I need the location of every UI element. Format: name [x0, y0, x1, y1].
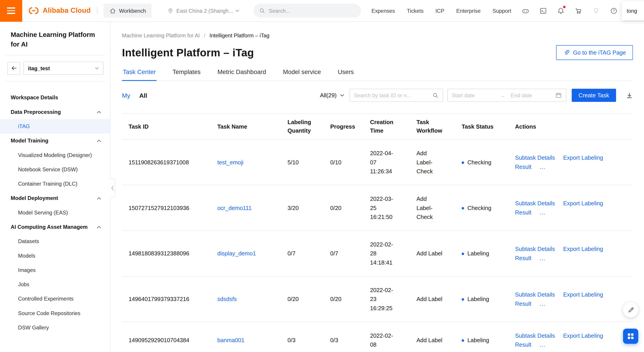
feedback-edit-button[interactable] — [623, 302, 638, 318]
more-actions-link[interactable]: ... — [540, 209, 546, 216]
topbar-search-input[interactable] — [269, 8, 356, 14]
sidebar-item-images[interactable]: Images — [0, 263, 110, 277]
col-task-id: Task ID — [122, 114, 211, 140]
scope-dropdown[interactable]: All(29) — [320, 92, 344, 98]
workspace-select[interactable]: itag_test — [24, 62, 104, 75]
nav-expenses[interactable]: Expenses — [372, 8, 395, 14]
sidebar-item-data-preprocessing[interactable]: Data Preprocessing — [0, 105, 110, 119]
filter-my[interactable]: My — [122, 92, 130, 99]
tab-model-service[interactable]: Model service — [282, 68, 322, 80]
nav-tickets[interactable]: Tickets — [407, 8, 424, 14]
tab-metric-dashboard[interactable]: Metric Dashboard — [217, 68, 267, 80]
sidebar-item-itag[interactable]: iTAG — [0, 119, 110, 134]
task-name-link[interactable]: ocr_demo111 — [217, 205, 252, 211]
task-name-link[interactable]: sdsdsfs — [217, 296, 237, 302]
breadcrumb-separator: / — [204, 32, 206, 39]
sidebar-item-container-training[interactable]: Container Training (DLC) — [0, 177, 110, 191]
sidebar-item-jobs[interactable]: Jobs — [0, 277, 110, 292]
task-name-link[interactable]: banma001 — [217, 337, 245, 343]
nav-enterprise[interactable]: Enterprise — [456, 8, 480, 14]
sidebar-item-source-code-repositories[interactable]: Source Code Repositories — [0, 306, 110, 320]
back-button[interactable] — [8, 62, 20, 74]
sidebar-item-model-deployment[interactable]: Model Deployment — [0, 191, 110, 205]
cloudshell-terminal-icon[interactable] — [539, 7, 547, 14]
subtask-details-link[interactable]: Subtask Details — [515, 154, 555, 161]
sidebar-item-workspace-details[interactable]: Workspace Details — [0, 90, 110, 105]
breadcrumb-parent[interactable]: Machine Learning Platform for AI — [122, 32, 200, 39]
help-icon[interactable]: ? — [610, 7, 618, 14]
cart-icon[interactable] — [574, 7, 582, 14]
sidebar-item-model-training[interactable]: Model Training — [0, 134, 110, 148]
sidebar-item-label: Workspace Details — [11, 94, 58, 101]
sidebar-item-controlled-experiments[interactable]: Controlled Experiments — [0, 292, 110, 306]
sidebar-item-label: AI Computing Asset Managem — [11, 224, 88, 230]
sidebar-collapse-handle[interactable] — [110, 179, 116, 198]
sidebar-item-label: Data Preprocessing — [11, 109, 61, 115]
sidebar-item-ai-computing-asset-management[interactable]: AI Computing Asset Managem — [0, 220, 110, 234]
download-icon[interactable] — [626, 92, 633, 99]
lightbulb-icon[interactable] — [592, 7, 600, 14]
chevron-up-icon — [97, 226, 101, 228]
topbar-search — [254, 4, 361, 18]
workbench-label: Workbench — [119, 8, 146, 14]
more-actions-link[interactable]: ... — [540, 341, 546, 348]
end-date-field[interactable]: End date — [511, 92, 555, 98]
creation-time-cell: 2022-04-07 11:26:34 — [364, 140, 410, 185]
subtask-details-link[interactable]: Subtask Details — [515, 291, 555, 298]
nav-icp[interactable]: ICP — [435, 8, 444, 14]
sidebar-item-label: Model Serving (EAS) — [18, 210, 68, 216]
sidebar-item-visualized-modeling[interactable]: Visualized Modeling (Designer) — [0, 148, 110, 162]
status-dot-icon — [462, 298, 464, 301]
more-actions-link[interactable]: ... — [540, 164, 546, 170]
labeling-quantity-cell: 5/10 — [281, 140, 324, 185]
workbench-button[interactable]: Workbench — [104, 4, 152, 18]
alibaba-cloud-logo[interactable]: Alibaba Cloud — [28, 6, 91, 15]
workspace-name: itag_test — [28, 65, 50, 71]
col-labeling-quantity: Labeling Quantity — [281, 114, 324, 140]
task-name-link[interactable]: display_demo1 — [217, 250, 256, 257]
sidebar-item-models[interactable]: Models — [0, 248, 110, 263]
hamburger-menu-button[interactable] — [0, 0, 22, 22]
quick-apps-button[interactable] — [623, 328, 638, 344]
user-menu[interactable]: tong — [622, 1, 644, 20]
more-actions-link[interactable]: ... — [540, 300, 546, 307]
sidebar-item-model-serving[interactable]: Model Serving (EAS) — [0, 205, 110, 220]
notifications-bell-icon[interactable] — [557, 7, 564, 14]
date-range-arrow: → — [500, 92, 511, 98]
sidebar-item-notebook-service[interactable]: Notebook Service (DSW) — [0, 162, 110, 177]
col-task-workflow: Task Workflow — [410, 114, 455, 140]
region-selector[interactable]: East China 2 (Shangh... — [167, 8, 240, 14]
controller-icon[interactable] — [522, 7, 529, 14]
start-date-field[interactable]: Start date — [452, 92, 500, 98]
task-search-input[interactable] — [350, 92, 429, 98]
nav-support[interactable]: Support — [492, 8, 512, 14]
labeling-quantity-cell: 0/7 — [281, 230, 324, 276]
task-search-box — [349, 89, 443, 102]
status-dot-icon — [462, 162, 464, 164]
task-table: Task ID Task Name Labeling Quantity Prog… — [122, 114, 633, 352]
task-name-link[interactable]: test_emoji — [217, 159, 244, 166]
sidebar-item-label: iTAG — [18, 123, 30, 130]
status-dot-icon — [462, 207, 464, 210]
task-search-button[interactable] — [429, 89, 442, 102]
subtask-details-link[interactable]: Subtask Details — [515, 246, 555, 252]
task-status-cell: Checking — [455, 140, 508, 185]
sidebar-item-dsw-gallery[interactable]: DSW Gallery — [0, 320, 110, 335]
more-actions-link[interactable]: ... — [540, 255, 546, 261]
sidebar-item-label: Controlled Experiments — [18, 296, 74, 302]
tab-users[interactable]: Users — [337, 68, 355, 80]
task-status-cell: Labeling — [455, 276, 508, 322]
filter-all[interactable]: All — [139, 92, 147, 99]
subtask-details-link[interactable]: Subtask Details — [515, 332, 555, 339]
sidebar-item-label: Source Code Repositories — [18, 310, 80, 316]
tab-templates[interactable]: Templates — [172, 68, 202, 80]
goto-itag-page-label: Go to the iTAG Page — [573, 49, 626, 56]
sidebar-item-datasets[interactable]: Datasets — [0, 234, 110, 248]
date-range-picker[interactable]: Start date → End date — [447, 89, 566, 102]
creation-time-cell: 2022-02-23 16:29:25 — [364, 276, 410, 322]
workspace-picker: itag_test — [0, 56, 110, 81]
create-task-button[interactable]: Create Task — [572, 89, 616, 102]
tab-task-center[interactable]: Task Center — [122, 68, 156, 80]
subtask-details-link[interactable]: Subtask Details — [515, 200, 555, 206]
goto-itag-page-button[interactable]: Go to the iTAG Page — [556, 45, 633, 60]
